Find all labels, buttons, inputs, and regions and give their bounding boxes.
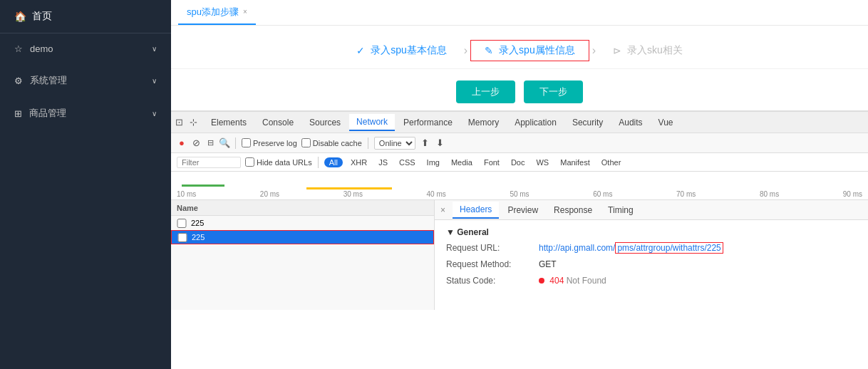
- timeline-labels: 10 ms 20 ms 30 ms 40 ms 50 ms 60 ms 70 m…: [171, 189, 868, 199]
- step-3-label: 录入sku相关: [627, 44, 683, 57]
- star-icon: ☆: [14, 43, 23, 54]
- name-column-header: Name: [177, 204, 198, 212]
- tab-close-button[interactable]: ×: [243, 8, 247, 16]
- sidebar-item-goods[interactable]: ⊞ 商品管理 ∨: [0, 97, 171, 130]
- network-body: Name 225 225: [171, 200, 868, 310]
- filter-type-xhr[interactable]: XHR: [347, 157, 371, 167]
- filter-type-doc[interactable]: Doc: [507, 157, 529, 167]
- upload-icon[interactable]: ⬆: [420, 137, 430, 148]
- download-icon[interactable]: ⬇: [435, 137, 445, 148]
- hide-data-urls-input[interactable]: [245, 157, 254, 167]
- timeline-label-60: 60 ms: [593, 190, 612, 198]
- filter-type-manifest[interactable]: Manifest: [557, 157, 594, 167]
- preserve-log-label: Preserve log: [253, 139, 297, 147]
- filter-icon[interactable]: ⊟: [205, 138, 215, 148]
- steps-bar: ✓ 录入spu基本信息 › ✎ 录入spu属性信息 › ⊳ 录入sku相关: [171, 26, 868, 69]
- status-label: Status Code:: [446, 274, 539, 288]
- timeline-label-80: 80 ms: [760, 190, 779, 198]
- timeline: 10 ms 20 ms 30 ms 40 ms 50 ms 60 ms 70 m…: [171, 172, 868, 200]
- filter-type-img[interactable]: Img: [423, 157, 443, 167]
- tab-sources[interactable]: Sources: [302, 115, 348, 130]
- sidebar-item-demo[interactable]: ☆ demo ∨: [0, 33, 171, 64]
- grid-icon: ⊞: [14, 108, 22, 119]
- sidebar: 🏠 首页 ☆ demo ∨ ⚙ 系统管理 ∨ ⊞ 商品管理 ∨: [0, 0, 171, 369]
- network-throttle-select[interactable]: Online: [374, 137, 415, 150]
- disable-cache-label: Disable cache: [313, 139, 362, 147]
- preserve-log-input[interactable]: [242, 138, 251, 147]
- tab-console[interactable]: Console: [255, 115, 301, 130]
- devtools-dock-icon[interactable]: ⊡: [174, 118, 184, 128]
- search-icon[interactable]: 🔍: [219, 138, 229, 148]
- tab-performance[interactable]: Performance: [396, 115, 460, 130]
- detail-content: ▼ General Request URL: http://api.gmall.…: [435, 220, 868, 310]
- detail-panel: × Headers Preview Response Timing ▼ Gene…: [435, 200, 868, 310]
- url-label: Request URL:: [446, 241, 539, 255]
- detail-tab-headers[interactable]: Headers: [453, 202, 499, 219]
- tab-security[interactable]: Security: [565, 115, 610, 130]
- tab-elements[interactable]: Elements: [204, 115, 254, 130]
- chevron-down-icon: ∨: [152, 45, 157, 53]
- row-name-2: 225: [192, 233, 428, 241]
- separator-2: [368, 137, 368, 149]
- table-row-selected[interactable]: 225: [171, 230, 434, 244]
- tab-audits[interactable]: Audits: [611, 115, 649, 130]
- filter-type-font[interactable]: Font: [480, 157, 503, 167]
- chevron-down-icon-goods: ∨: [152, 110, 157, 118]
- filter-type-js[interactable]: JS: [375, 157, 391, 167]
- sidebar-logo[interactable]: 🏠 首页: [0, 0, 171, 33]
- tab-spu-add[interactable]: spu添加步骤 ×: [178, 0, 256, 25]
- step-arrow-2: ›: [589, 44, 599, 57]
- detail-row-status: Status Code: 404 Not Found: [446, 274, 857, 288]
- preserve-log-checkbox[interactable]: Preserve log: [242, 138, 297, 147]
- status-text: Not Found: [567, 276, 606, 286]
- status-code: 404: [549, 276, 566, 286]
- hide-data-urls-checkbox[interactable]: Hide data URLs: [245, 157, 312, 167]
- next-button[interactable]: 下一步: [524, 80, 583, 103]
- sidebar-item-system[interactable]: ⚙ 系统管理 ∨: [0, 64, 171, 97]
- devtools-inspect-icon[interactable]: ⊹: [188, 118, 198, 128]
- sidebar-logo-label: 首页: [32, 10, 52, 23]
- tab-network[interactable]: Network: [349, 114, 395, 131]
- filter-type-media[interactable]: Media: [448, 157, 476, 167]
- url-prefix: http://api.gmall.com/: [539, 243, 615, 253]
- table-row[interactable]: 225: [171, 216, 434, 230]
- step-1: ✓ 录入spu基本信息: [342, 40, 461, 61]
- filter-type-other[interactable]: Other: [598, 157, 625, 167]
- disable-cache-checkbox[interactable]: Disable cache: [301, 138, 362, 147]
- detail-tab-preview[interactable]: Preview: [500, 202, 545, 218]
- tab-application[interactable]: Application: [507, 115, 564, 130]
- step-2: ✎ 录入spu属性信息: [470, 40, 589, 61]
- tab-memory[interactable]: Memory: [461, 115, 506, 130]
- detail-close-button[interactable]: ×: [440, 205, 445, 215]
- detail-section-general: ▼ General: [446, 227, 857, 237]
- app-container: 🏠 首页 ☆ demo ∨ ⚙ 系统管理 ∨ ⊞ 商品管理 ∨: [0, 0, 868, 369]
- check-icon: ✓: [356, 45, 365, 56]
- filter-type-all[interactable]: All: [324, 157, 343, 167]
- timeline-label-10: 10 ms: [177, 190, 196, 198]
- edit-icon: ✎: [485, 45, 493, 56]
- filter-input[interactable]: [177, 157, 241, 168]
- row-checkbox-2[interactable]: [177, 233, 187, 242]
- share-icon: ⊳: [613, 45, 621, 56]
- row-name-1: 225: [191, 219, 428, 227]
- method-value: GET: [539, 258, 557, 271]
- request-list-header: Name: [171, 200, 434, 216]
- detail-tab-timing[interactable]: Timing: [601, 202, 641, 218]
- clear-icon[interactable]: ⊘: [191, 138, 201, 148]
- action-buttons: 上一步 下一步: [171, 69, 868, 110]
- tab-vue[interactable]: Vue: [651, 115, 681, 130]
- filter-type-ws[interactable]: WS: [532, 157, 552, 167]
- gear-icon: ⚙: [14, 76, 23, 86]
- row-checkbox-1[interactable]: [177, 219, 187, 228]
- prev-button[interactable]: 上一步: [456, 80, 515, 103]
- filter-bar: Hide data URLs All XHR JS CSS Img Media …: [171, 153, 868, 172]
- disable-cache-input[interactable]: [301, 138, 311, 147]
- filter-sep: [318, 157, 319, 168]
- timeline-label-30: 30 ms: [343, 190, 363, 198]
- detail-row-method: Request Method: GET: [446, 258, 857, 271]
- timeline-label-20: 20 ms: [260, 190, 279, 198]
- detail-tab-response[interactable]: Response: [547, 202, 599, 218]
- record-icon[interactable]: ●: [177, 138, 187, 148]
- filter-type-css[interactable]: CSS: [396, 157, 419, 167]
- chevron-down-icon-system: ∨: [152, 77, 157, 85]
